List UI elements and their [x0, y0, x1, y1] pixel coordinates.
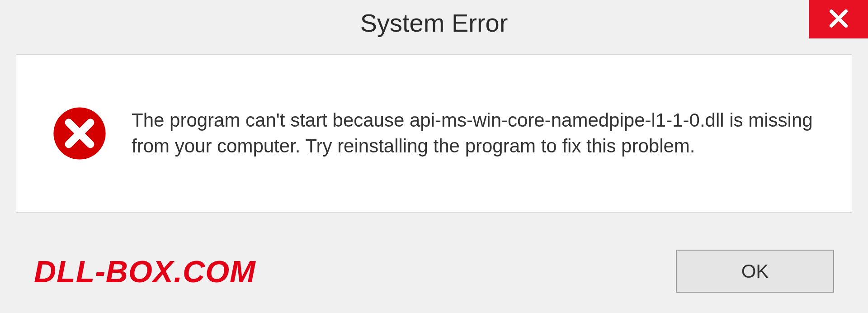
content-panel: The program can't start because api-ms-w…: [16, 54, 852, 213]
close-icon: [828, 8, 849, 31]
error-icon: [52, 106, 107, 161]
error-message: The program can't start because api-ms-w…: [132, 108, 825, 159]
ok-button[interactable]: OK: [676, 250, 834, 293]
close-button[interactable]: [809, 0, 868, 38]
footer: DLL-BOX.COM OK: [0, 229, 868, 313]
watermark-text: DLL-BOX.COM: [34, 254, 256, 289]
dialog-title: System Error: [360, 8, 508, 38]
titlebar: System Error: [0, 0, 868, 45]
